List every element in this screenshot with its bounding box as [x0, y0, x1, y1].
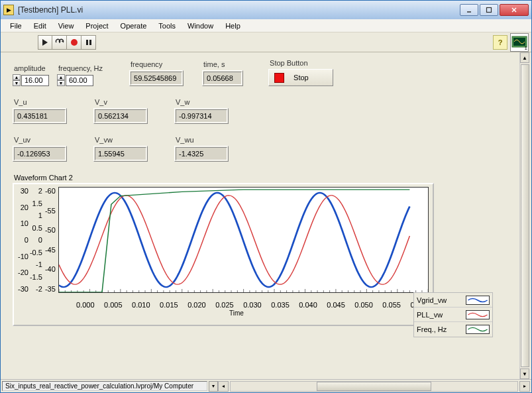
scroll-right[interactable]: ▸	[519, 381, 530, 392]
amplitude-field[interactable]: 16.00	[21, 75, 49, 86]
vv-label: V_v	[93, 98, 148, 106]
frequency-hz-label: frequency, Hz	[57, 64, 103, 72]
frequency-hz-spinner[interactable]: ▲▼	[57, 74, 65, 86]
vvw-indicator: 1.55945	[95, 147, 146, 160]
close-button[interactable]	[500, 4, 529, 16]
menu-edit[interactable]: Edit	[28, 21, 52, 31]
stop-text: Stop	[293, 74, 309, 82]
menu-view[interactable]: View	[53, 21, 80, 31]
vvw-label: V_vw	[93, 136, 148, 144]
amplitude-label: amplitude	[13, 64, 49, 72]
vw-indicator: -0.997314	[176, 109, 227, 123]
stop-button[interactable]: Stop	[268, 69, 333, 86]
menu-bar: File Edit View Project Operate Tools Win…	[1, 19, 531, 32]
menu-operate[interactable]: Operate	[115, 21, 152, 31]
vertical-scrollbar[interactable]: ▲ ▼	[519, 52, 530, 379]
minimize-button[interactable]	[460, 4, 478, 16]
vuv-label: V_uv	[13, 136, 67, 144]
abort-button[interactable]	[67, 35, 81, 50]
plot-area[interactable]	[58, 187, 429, 293]
vv-indicator: 0.562134	[95, 109, 146, 123]
menu-file[interactable]: File	[5, 21, 27, 31]
menu-help[interactable]: Help	[220, 21, 246, 31]
vw-label: V_w	[174, 98, 229, 106]
frequency-hz-field[interactable]: 60.00	[66, 75, 93, 86]
menu-project[interactable]: Project	[80, 21, 113, 31]
legend-item[interactable]: Vgrid_vw	[414, 293, 492, 308]
svg-rect-5	[86, 40, 88, 45]
stop-icon	[274, 73, 284, 83]
vu-indicator: 0.435181	[14, 109, 66, 123]
svg-rect-6	[89, 40, 91, 45]
waveform-chart: 3020100-10-20-30 21.510.50-0.5-1-1.5-2 -…	[13, 183, 434, 326]
legend-item[interactable]: PLL_vw	[414, 308, 492, 322]
project-path: Six_inputs_real_reactive_power_calculati…	[2, 381, 207, 391]
run-continuous-button[interactable]	[52, 35, 67, 50]
front-panel: amplitude ▲▼ 16.00 frequency, Hz ▲▼ 60.0…	[1, 52, 531, 379]
chart-title: Waveform Chart 2	[14, 174, 509, 182]
vu-label: V_u	[13, 98, 67, 106]
horizontal-scrollbar[interactable]	[230, 381, 518, 392]
status-bar: Six_inputs_real_reactive_power_calculati…	[1, 379, 531, 392]
vi-icon[interactable]	[510, 33, 529, 52]
stop-label: Stop Button	[268, 59, 333, 67]
title-bar: ▶ [Testbench] PLL.vi	[1, 1, 531, 19]
menu-tools[interactable]: Tools	[153, 21, 181, 31]
vuv-indicator: -0.126953	[14, 147, 66, 160]
time-indicator: 0.05668	[203, 72, 242, 85]
amplitude-spinner[interactable]: ▲▼	[13, 74, 21, 86]
vwu-label: V_wu	[174, 136, 229, 144]
app-icon: ▶	[3, 5, 14, 15]
vwu-indicator: -1.4325	[176, 147, 227, 160]
legend-item[interactable]: Freq., Hz	[414, 322, 492, 337]
scroll-left[interactable]: ◂	[218, 381, 229, 392]
menu-window[interactable]: Window	[182, 21, 219, 31]
frequency-label: frequency	[129, 60, 184, 68]
svg-point-4	[71, 39, 78, 46]
y-axis: 3020100-10-20-30 21.510.50-0.5-1-1.5-2 -…	[18, 187, 58, 293]
window-title: [Testbench] PLL.vi	[18, 5, 460, 15]
pause-button[interactable]	[81, 35, 96, 50]
x-axis-label: Time	[44, 309, 429, 317]
maximize-button[interactable]	[480, 4, 498, 16]
help-icon[interactable]: ?	[493, 35, 507, 50]
chart-legend: Vgrid_vw PLL_vw Freq., Hz	[413, 292, 493, 337]
svg-rect-1	[487, 8, 492, 13]
toolbar: ?	[1, 32, 531, 52]
time-label: time, s	[202, 60, 243, 68]
run-button[interactable]	[38, 35, 52, 50]
frequency-indicator: 59.52545869	[131, 72, 182, 85]
x-axis: 0.0000.0050.0100.0150.0200.0250.0300.035…	[76, 301, 429, 309]
path-dropdown[interactable]: ▾	[209, 381, 218, 392]
